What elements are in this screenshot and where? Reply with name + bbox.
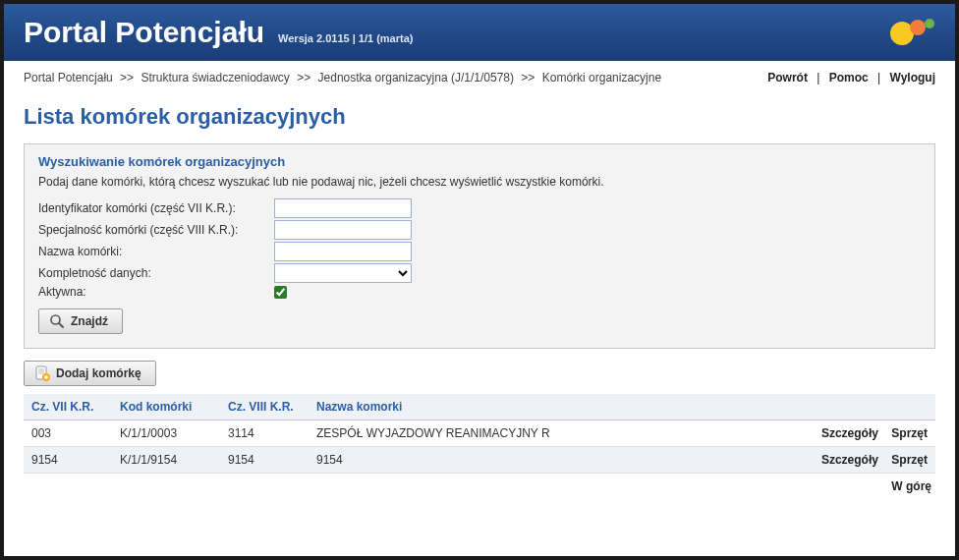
col-header-cz7[interactable]: Cz. VII K.R. <box>24 394 112 420</box>
kompletnosc-select[interactable] <box>274 263 412 283</box>
col-header-cz8[interactable]: Cz. VIII K.R. <box>220 394 309 420</box>
table-row: 003 K/1/1/0003 3114 ZESPÓŁ WYJAZDOWY REA… <box>24 420 935 447</box>
search-panel: Wyszukiwanie komórek organizacyjnych Pod… <box>24 143 935 349</box>
results-tbody: 003 K/1/1/0003 3114 ZESPÓŁ WYJAZDOWY REA… <box>24 420 935 474</box>
cell-nazwa: 9154 <box>309 447 788 474</box>
cell-kod: K/1/1/0003 <box>112 420 220 447</box>
col-header-kod[interactable]: Kod komórki <box>112 394 220 420</box>
breadcrumb-item[interactable]: Jednostka organizacyjna (J/1/1/0578) <box>318 71 514 84</box>
logout-link[interactable]: Wyloguj <box>890 71 935 84</box>
topbar: Portal Potencjału >> Struktura świadczen… <box>24 61 935 90</box>
breadcrumb-separator: >> <box>517 71 538 84</box>
label-aktywna: Aktywna: <box>38 285 274 299</box>
breadcrumb: Portal Potencjału >> Struktura świadczen… <box>24 71 661 84</box>
header: Portal Potencjału Wersja 2.0115 | 1/1 (m… <box>4 4 955 61</box>
app-window: Portal Potencjału Wersja 2.0115 | 1/1 (m… <box>0 0 959 560</box>
label-kompletnosc: Kompletność danych: <box>38 266 274 280</box>
cell-cz7: 003 <box>24 420 112 447</box>
nazwa-input[interactable] <box>274 242 412 261</box>
app-subtitle: Wersja 2.0115 | 1/1 (marta) <box>278 32 413 44</box>
breadcrumb-item-current: Komórki organizacyjne <box>542 71 661 84</box>
cell-nazwa: ZESPÓŁ WYJAZDOWY REANIMACYJNY R <box>309 420 788 447</box>
add-cell-button-label: Dodaj komórkę <box>56 366 141 380</box>
find-button[interactable]: Znajdź <box>38 308 123 334</box>
col-header-actions <box>788 394 935 420</box>
search-panel-title: Wyszukiwanie komórek organizacyjnych <box>38 154 921 169</box>
cell-cz8: 3114 <box>220 420 309 447</box>
results-table: Cz. VII K.R. Kod komórki Cz. VIII K.R. N… <box>24 394 935 474</box>
breadcrumb-item[interactable]: Struktura świadczeniodawcy <box>141 71 289 84</box>
label-nazwa: Nazwa komórki: <box>38 245 274 258</box>
label-specjalnosc: Specjalność komórki (część VIII K.R.): <box>38 223 274 237</box>
add-cell-button[interactable]: Dodaj komórkę <box>24 361 156 386</box>
add-document-icon <box>34 365 50 381</box>
aktywna-checkbox[interactable] <box>274 286 287 299</box>
identyfikator-input[interactable] <box>274 198 412 218</box>
app-title: Portal Potencjału <box>24 16 264 49</box>
svg-point-2 <box>925 19 934 28</box>
cell-kod: K/1/1/9154 <box>112 447 220 474</box>
page-title: Lista komórek organizacyjnych <box>24 104 935 130</box>
table-row: 9154 K/1/1/9154 9154 9154 Szczegóły Sprz… <box>24 447 935 474</box>
to-top: W górę <box>24 474 935 493</box>
specjalnosc-input[interactable] <box>274 220 412 240</box>
svg-line-4 <box>59 323 63 327</box>
search-icon <box>49 313 65 329</box>
breadcrumb-separator: >> <box>293 71 314 84</box>
breadcrumb-separator: >> <box>116 71 138 84</box>
equipment-link[interactable]: Sprzęt <box>891 426 928 440</box>
logo-icon <box>888 14 939 52</box>
to-top-link[interactable]: W górę <box>891 479 931 493</box>
top-links: Powrót | Pomoc | Wyloguj <box>767 71 935 84</box>
svg-point-1 <box>910 20 926 35</box>
label-identyfikator: Identyfikator komórki (część VII K.R.): <box>38 201 274 215</box>
col-header-nazwa[interactable]: Nazwa komorki <box>309 394 788 420</box>
back-link[interactable]: Powrót <box>767 71 808 84</box>
details-link[interactable]: Szczegóły <box>821 426 878 440</box>
cell-cz8: 9154 <box>220 447 309 474</box>
search-panel-hint: Podaj dane komórki, którą chcesz wyszuka… <box>38 175 921 189</box>
equipment-link[interactable]: Sprzęt <box>891 453 928 467</box>
details-link[interactable]: Szczegóły <box>821 453 878 467</box>
help-link[interactable]: Pomoc <box>829 71 869 84</box>
cell-cz7: 9154 <box>24 447 112 474</box>
find-button-label: Znajdź <box>71 314 108 328</box>
breadcrumb-item[interactable]: Portal Potencjału <box>24 71 113 84</box>
